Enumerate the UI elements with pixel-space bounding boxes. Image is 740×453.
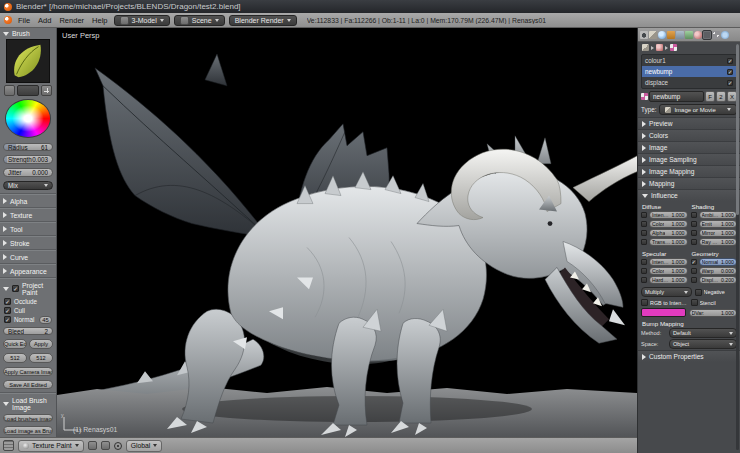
add-brush-button[interactable] [41,85,52,96]
menu-help[interactable]: Help [90,16,109,25]
texture-blend-dropdown[interactable]: Multiply [641,287,692,297]
influence-checkbox[interactable] [641,239,647,245]
render-engine-dropdown[interactable]: Blender Render [229,15,297,26]
influence-slider[interactable]: Ambient 1.000 [699,211,738,219]
influence-checkbox[interactable] [641,259,647,265]
influence-checkbox[interactable] [641,277,647,283]
influence-checkbox[interactable] [691,230,697,236]
mapping-color-swatch[interactable] [641,308,686,317]
texture-type-dropdown[interactable]: Image or Movie [659,104,737,115]
texture-browse-icon[interactable] [641,93,648,100]
normal-checkbox[interactable]: ✓ [4,316,11,323]
panel-header-image-sampling[interactable]: Image Sampling [638,153,740,165]
tab-physics[interactable] [721,31,729,39]
influence-slider[interactable]: Intensity 1.000 [649,258,688,266]
resolution-y-field[interactable]: 512 [29,353,53,363]
tab-texture[interactable] [703,31,711,39]
proportional-edit-icon[interactable] [114,442,122,450]
dvar-slider[interactable]: DVar: 1.000 [689,309,738,317]
screen-layout-dropdown[interactable]: 3-Model [114,15,170,26]
occlude-checkbox[interactable]: ✓ [4,298,11,305]
rgb-to-intensity-checkbox[interactable] [641,299,648,306]
pivot-point-icon[interactable] [101,441,110,450]
quick-edit-button[interactable]: Quick Edit [3,339,27,349]
tab-object[interactable] [667,31,675,39]
influence-checkbox[interactable] [691,221,697,227]
load-image-as-brush-button[interactable]: Load image as Brush [3,426,53,435]
influence-slider[interactable]: Color 1.000 [649,267,688,275]
influence-checkbox[interactable] [691,268,697,274]
project-paint-checkbox[interactable]: ✓ [12,285,19,292]
scrollbar-thumb[interactable] [736,44,739,215]
influence-checkbox[interactable] [641,221,647,227]
brush-preview[interactable] [6,39,50,83]
apply-button[interactable]: Apply [29,339,53,349]
influence-checkbox[interactable] [691,212,697,218]
influence-slider[interactable]: Hardness 1.000 [649,276,688,284]
menu-file[interactable]: File [16,16,32,25]
bleed-slider[interactable]: Bleed 2 [3,327,53,336]
panel-header-stroke[interactable]: Stroke [0,238,56,248]
tab-material[interactable] [694,31,702,39]
menu-add[interactable]: Add [36,16,53,25]
color-wheel-picker[interactable] [5,99,51,138]
influence-slider[interactable]: Ray Mirror 1.000 [699,238,738,246]
influence-slider[interactable]: Intensity 1.000 [649,211,688,219]
panel-header-alpha[interactable]: Alpha [0,196,56,206]
bump-space-dropdown[interactable]: Object [669,339,737,349]
influence-checkbox[interactable] [641,230,647,236]
fake-user-button[interactable]: F [705,91,715,102]
properties-scrollbar[interactable] [736,44,739,450]
texture-name-field[interactable]: newbump [649,91,704,102]
panel-header-influence[interactable]: Influence [638,189,740,201]
occlude-option[interactable]: ✓ Occlude [0,297,56,306]
editor-type-icon[interactable] [3,440,14,451]
influence-slider[interactable]: Mirror 1.000 [699,229,738,237]
normal-option[interactable]: ✓ Normal 45 [0,315,56,325]
tab-render[interactable] [640,31,648,39]
mode-dropdown[interactable]: Texture Paint [18,440,84,452]
slot-enable-checkbox[interactable]: ✓ [727,80,733,86]
jitter-slider[interactable]: Jitter 0.000 [3,168,53,177]
brush-name-field[interactable] [17,85,39,96]
bump-method-dropdown[interactable]: Default [669,328,737,338]
stencil-checkbox[interactable] [691,299,698,306]
panel-header-preview[interactable]: Preview [638,117,740,129]
negative-option[interactable]: Negative [695,289,738,296]
scene-dropdown[interactable]: Scene [174,15,225,26]
cull-option[interactable]: ✓ Cull [0,306,56,315]
tab-world[interactable] [658,31,666,39]
influence-slider[interactable]: Warp 0.000 [699,267,738,275]
panel-header-image-mapping[interactable]: Image Mapping [638,165,740,177]
influence-checkbox[interactable] [641,212,647,218]
panel-header-colors[interactable]: Colors [638,129,740,141]
stencil-option[interactable]: Stencil [691,299,738,306]
brush-panel-header[interactable]: Brush [0,28,56,38]
resolution-x-field[interactable]: 512 [3,353,27,363]
tab-particles[interactable] [712,31,720,39]
load-brush-image-panel-header[interactable]: Load Brush Image [0,395,56,412]
blend-mode-dropdown[interactable]: Mix [3,181,53,190]
viewport-canvas[interactable]: User Persp x y (1) Renasys01 [57,28,637,437]
tab-modifiers[interactable] [676,31,684,39]
panel-header-image[interactable]: Image [638,141,740,153]
panel-header-texture[interactable]: Texture [0,210,56,220]
save-all-edited-button[interactable]: Save All Edited [3,380,53,389]
app-menu-icon[interactable] [4,16,12,24]
tab-scene[interactable] [649,31,657,39]
panel-header-appearance[interactable]: Appearance [0,266,56,276]
tab-object-data[interactable] [685,31,693,39]
panel-header-custom-properties[interactable]: Custom Properties [638,350,740,362]
rgb-to-intensity-option[interactable]: RGB to Intensity [641,299,688,306]
brush-datablock-icon[interactable] [4,85,15,96]
influence-slider[interactable]: Displace 0.200 [699,276,738,284]
influence-slider[interactable]: Color 1.000 [649,220,688,228]
influence-slider[interactable]: Emit 1.000 [699,220,738,228]
texture-slot-row[interactable]: colour1 ✓ [642,55,736,66]
influence-checkbox[interactable] [641,268,647,274]
panel-header-mapping[interactable]: Mapping [638,177,740,189]
influence-slider[interactable]: Translucency 1.000 [649,238,688,246]
user-count-button[interactable]: 2 [716,91,726,102]
influence-slider[interactable]: Alpha 1.000 [649,229,688,237]
strength-slider[interactable]: Strength 0.003 [3,155,53,164]
